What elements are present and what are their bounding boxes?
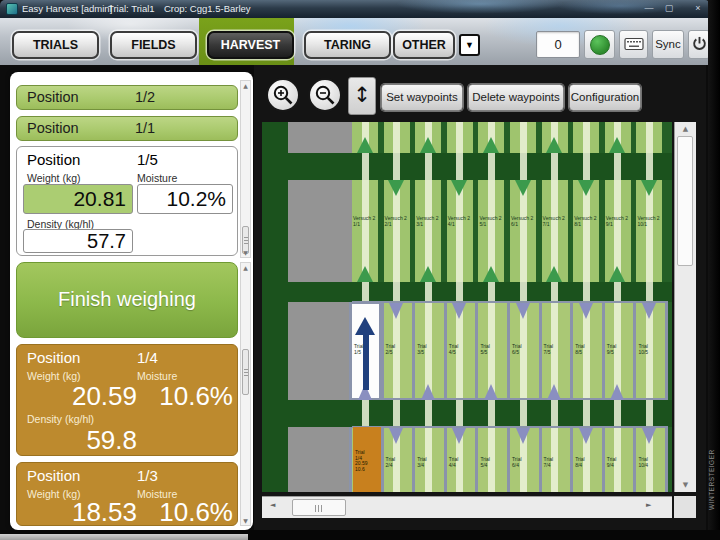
status-green-dot-icon xyxy=(590,35,610,55)
scrollbar-thumb[interactable] xyxy=(677,136,693,266)
map-horizontal-scrollbar[interactable]: ◄ ► xyxy=(262,496,672,518)
scroll-up-icon[interactable]: ▲ xyxy=(675,125,696,133)
field-map[interactable]: Versuch 21/1Trial1/5Versuch 22/1Trial2/5… xyxy=(262,122,672,492)
density-value: 57.7 xyxy=(23,229,133,253)
map-vertical-scrollbar[interactable]: ▲ ▼ xyxy=(674,122,696,492)
keyboard-button[interactable] xyxy=(619,30,648,59)
scroll-down-icon[interactable]: ▼ xyxy=(241,517,250,524)
map-plot-label: Trial8/5 xyxy=(575,344,605,356)
map-plot-label: Trial9/5 xyxy=(607,344,637,356)
position-value: 1/2 xyxy=(135,89,155,105)
density-label: Density (kg/hl) xyxy=(27,413,94,425)
vertical-pan-toggle-button[interactable]: ↕ xyxy=(348,77,376,115)
window-title-crop: Crop: Cgg1.5-Barley xyxy=(164,3,251,14)
more-tabs-dropdown: ▼ xyxy=(459,34,480,56)
map-plot-label: Versuch 26/1 xyxy=(511,216,541,228)
window-title-trial: Trial: Trial1 xyxy=(108,3,155,14)
map-track-stripe xyxy=(488,122,495,492)
delete-waypoints-button[interactable]: Delete waypoints xyxy=(468,84,564,111)
harvest-direction-up-arrow xyxy=(546,266,562,282)
minimize-button[interactable]: — xyxy=(642,3,656,14)
map-plot-label: Trial7/5 xyxy=(544,344,574,356)
sync-button[interactable]: Sync xyxy=(652,30,684,59)
harvest-direction-up-arrow xyxy=(483,137,499,153)
map-plot-label: Trial4/4 xyxy=(449,457,479,469)
weight-value: 20.59 xyxy=(17,381,137,412)
tab-other[interactable]: OTHER xyxy=(393,31,455,59)
finish-weighing-button[interactable]: Finish weighing xyxy=(16,262,238,338)
tab-fields[interactable]: FIELDS xyxy=(110,31,197,59)
harvested-card-1-4[interactable]: Position 1/4 Weight (kg) Moisture 20.59 … xyxy=(16,344,238,456)
map-plot-label: Versuch 29/1 xyxy=(606,216,636,228)
chevron-down-icon: ▼ xyxy=(465,40,474,50)
set-waypoints-button[interactable]: Set waypoints xyxy=(381,84,463,111)
scroll-up-icon[interactable]: ▲ xyxy=(241,82,250,89)
zoom-out-button[interactable] xyxy=(308,78,342,112)
scroll-left-icon[interactable]: ◄ xyxy=(270,501,275,509)
power-icon xyxy=(692,35,707,52)
harvest-direction-up-arrow xyxy=(420,266,436,282)
map-plot-label: Trial6/5 xyxy=(512,344,542,356)
position-value: 1/3 xyxy=(137,467,158,484)
map-plot-label: Trial7/4 xyxy=(544,457,574,469)
position-value: 1/5 xyxy=(137,151,158,168)
map-plot-label: Trial3/4 xyxy=(417,457,447,469)
map-headland-block xyxy=(288,122,352,153)
map-plot-label: Versuch 27/1 xyxy=(543,216,573,228)
waypoint-marker xyxy=(610,384,624,400)
moisture-value: 10.6% xyxy=(139,381,233,412)
close-button[interactable]: × xyxy=(690,3,706,14)
map-plot-label: Trial6/4 xyxy=(512,457,542,469)
scrollbar-thumb[interactable] xyxy=(242,349,249,395)
tab-trials[interactable]: TRIALS xyxy=(12,31,99,59)
position-bar-1-2[interactable]: Position 1/2 xyxy=(16,85,238,110)
scrollbar-corner xyxy=(674,496,696,518)
map-plot-label: Versuch 21/1 xyxy=(353,216,383,228)
harvest-direction-up-arrow xyxy=(357,137,373,153)
maximize-button[interactable]: ▢ xyxy=(662,3,676,14)
harvest-direction-up-arrow xyxy=(609,266,625,282)
position-label: Position xyxy=(27,349,80,366)
scroll-down-icon[interactable]: ▼ xyxy=(241,249,250,256)
magnifier-plus-icon xyxy=(271,83,295,107)
scroll-down-icon[interactable]: ▼ xyxy=(675,481,696,489)
waypoint-marker xyxy=(452,303,466,319)
current-weighing-card[interactable]: Position 1/5 Weight (kg) Moisture 20.81 … xyxy=(16,146,238,256)
app-icon xyxy=(6,3,18,15)
current-position-arrow-shaft xyxy=(363,333,370,390)
map-plot-label: Versuch 24/1 xyxy=(448,216,478,228)
taskbar-fragment xyxy=(0,534,248,540)
scroll-right-icon[interactable]: ► xyxy=(646,501,651,509)
configuration-button[interactable]: Configuration xyxy=(569,84,641,111)
map-track-stripe xyxy=(551,122,558,492)
easy-harvest-window: Easy Harvest [admin] Trial: Trial1 Crop:… xyxy=(0,0,720,540)
power-button[interactable] xyxy=(688,30,710,59)
harvest-direction-down-arrow xyxy=(578,180,594,196)
moisture-label: Moisture xyxy=(137,172,177,184)
harvest-direction-down-arrow xyxy=(641,180,657,196)
tab-harvest[interactable]: HARVEST xyxy=(207,31,294,59)
harvest-direction-up-arrow xyxy=(420,137,436,153)
position-label: Position xyxy=(27,467,80,484)
waypoint-marker xyxy=(516,428,530,444)
scrollbar-thumb[interactable] xyxy=(292,499,346,516)
map-plot-label: Trial8/4 xyxy=(575,457,605,469)
harvested-card-1-3[interactable]: Position 1/3 Weight (kg) Moisture 18.53 … xyxy=(16,462,238,526)
harvest-direction-down-arrow xyxy=(388,180,404,196)
map-plot-label: Trial2/5 xyxy=(386,344,416,356)
scroll-up-icon[interactable]: ▲ xyxy=(241,264,250,271)
list-scrollbar-bottom[interactable]: ▲ ▼ xyxy=(240,262,251,526)
map-plot-label: Versuch 210/1 xyxy=(637,216,667,228)
moisture-value: 10.6% xyxy=(139,497,233,528)
weighing-panel: Position 1/2 Position 1/1 Position 1/5 W… xyxy=(10,72,253,530)
map-plot-label: Versuch 22/1 xyxy=(385,216,415,228)
tab-taring[interactable]: TARING xyxy=(304,31,391,59)
zoom-in-button[interactable] xyxy=(266,78,300,112)
list-scrollbar-top[interactable]: ▲ ▼ xyxy=(240,80,251,258)
position-bar-1-1[interactable]: Position 1/1 xyxy=(16,116,238,141)
map-harvested-cell-label: Trial1/420.5910.6 xyxy=(355,450,385,474)
connection-status-button[interactable] xyxy=(584,30,615,59)
window-title-app: Easy Harvest [admin] xyxy=(22,3,112,14)
harvest-direction-up-arrow xyxy=(357,266,373,282)
map-headland-block xyxy=(288,427,352,492)
